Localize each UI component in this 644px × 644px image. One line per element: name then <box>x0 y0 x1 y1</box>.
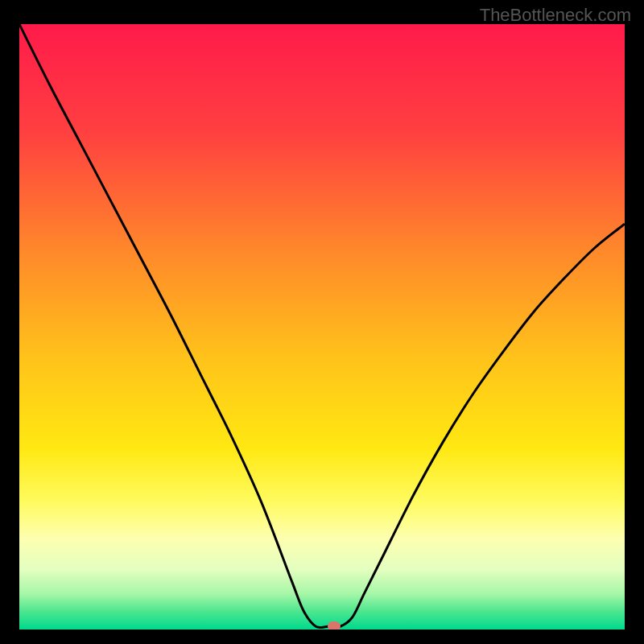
chart-curve <box>19 24 625 630</box>
watermark-text: TheBottleneck.com <box>480 5 631 26</box>
chart-plot-area <box>19 24 625 630</box>
optimal-point-marker <box>328 621 341 630</box>
